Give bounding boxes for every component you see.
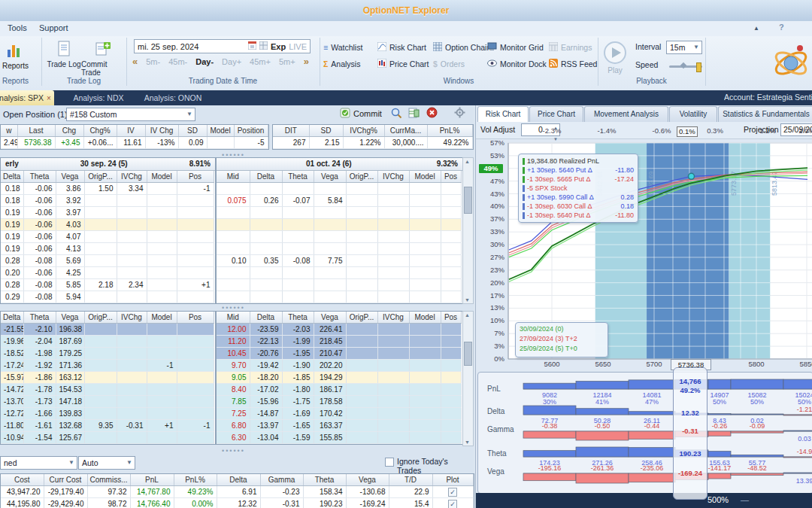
- table-row[interactable]: 0.19-0.063.97: [1, 207, 214, 219]
- nav-day-plus[interactable]: Day+: [222, 57, 241, 66]
- zoom-slider-icon[interactable]: —: [741, 495, 749, 504]
- table-row[interactable]: 6.80-13.97-1.65163.37: [217, 420, 461, 432]
- table-row[interactable]: 0.29-0.085.94: [1, 291, 214, 303]
- table-row[interactable]: 0.28-0.085.852.182.34+1: [1, 279, 214, 291]
- zoom-search-icon[interactable]: [391, 108, 402, 120]
- table-row[interactable]: [217, 243, 461, 255]
- orders-button[interactable]: $ Orders: [433, 57, 465, 71]
- table-row[interactable]: 0.100.35-0.087.75: [217, 255, 461, 267]
- tab-risk-chart[interactable]: Risk Chart: [477, 106, 529, 123]
- nav-5m-plus[interactable]: 5m+: [279, 57, 295, 66]
- earnings-button[interactable]: Earnings: [549, 41, 592, 54]
- table-row[interactable]: -18.52-1.98179.25: [1, 348, 214, 360]
- table-row[interactable]: 43,947.20-29,179.4097.3214,767.8049.23%6…: [1, 486, 473, 498]
- table-row[interactable]: 0.18-0.063.92: [1, 195, 214, 207]
- table-row[interactable]: 0.19-0.064.13: [1, 243, 214, 255]
- monitor-dock-button[interactable]: Monitor Dock: [487, 57, 547, 71]
- chain-scrollbar[interactable]: ▲ ▼: [462, 311, 474, 446]
- trading-date-input[interactable]: mi. 25 sep. 2024 Exp LIVE: [134, 39, 311, 53]
- tab-volatility[interactable]: Volatility: [669, 106, 717, 122]
- scrollbar-thumb[interactable]: [464, 187, 472, 214]
- plot-checkbox[interactable]: ✓: [448, 500, 457, 508]
- table-row[interactable]: 0.28-0.085.69: [1, 255, 214, 267]
- table-row[interactable]: -10.94-1.54125.67: [1, 432, 214, 444]
- risk-chart-button[interactable]: Risk Chart: [377, 41, 426, 54]
- table-row[interactable]: [217, 231, 461, 243]
- table-row[interactable]: -14.72-1.78154.53: [1, 384, 214, 396]
- table-row[interactable]: 9.70-19.42-1.90202.20: [217, 360, 461, 372]
- scroll-up-icon[interactable]: ▲: [465, 159, 470, 164]
- analysis-button[interactable]: Σ Analysis: [323, 57, 360, 71]
- table-row[interactable]: -12.72-1.66139.83: [1, 408, 214, 420]
- ignore-trades-checkbox[interactable]: [385, 458, 394, 467]
- table-row[interactable]: 7.25-14.87-1.69170.42: [217, 408, 461, 420]
- view-mode-select[interactable]: ned▼: [0, 456, 77, 470]
- nav-day-minus[interactable]: Day-: [195, 57, 214, 66]
- settings-gear-icon[interactable]: [454, 107, 465, 120]
- rss-feed-button[interactable]: RSS Feed: [549, 57, 597, 71]
- nav-prev-icon[interactable]: «: [132, 56, 138, 67]
- table-row[interactable]: 8.40-17.02-1.80186.17: [217, 384, 461, 396]
- tab-analysis-ndx[interactable]: Analysis: NDX: [66, 90, 131, 105]
- table-row[interactable]: 44,195.80-29,429.4098.7214,766.400.00%12…: [1, 498, 473, 508]
- collapse-ribbon-icon[interactable]: ▲: [753, 25, 759, 32]
- table-row[interactable]: [217, 183, 461, 195]
- option-chain-button[interactable]: Option Chain: [433, 41, 491, 54]
- menu-tools[interactable]: Tools: [8, 23, 27, 32]
- reports-button[interactable]: Reports: [0, 62, 41, 70]
- splitter-handle[interactable]: ••••••: [222, 449, 245, 453]
- table-row[interactable]: 7.85-15.96-1.75178.58: [217, 396, 461, 408]
- calendar-icon[interactable]: [248, 41, 256, 51]
- table-row[interactable]: 10.45-20.76-1.95210.47: [217, 348, 461, 360]
- table-row[interactable]: -11.80-1.61132.689.35-0.31+1-1: [1, 420, 214, 432]
- speed-slider-handle[interactable]: [696, 62, 701, 72]
- price-chart-button[interactable]: Price Chart: [377, 57, 429, 71]
- monitor-grid-button[interactable]: Monitor Grid: [487, 41, 544, 54]
- watchlist-button[interactable]: ≡ Watchlist: [323, 41, 362, 54]
- tab-analysis-onon[interactable]: Analysis: ONON: [137, 90, 209, 105]
- help-icon[interactable]: ?: [779, 23, 784, 32]
- menu-support[interactable]: Support: [39, 23, 68, 32]
- nav-45m-plus[interactable]: 45m+: [250, 57, 271, 66]
- table-row[interactable]: -19.96-2.04187.69: [1, 336, 214, 348]
- commit-trade-button[interactable]: Commit Trade: [81, 41, 125, 77]
- scroll-down-icon[interactable]: ▼: [465, 297, 470, 303]
- table-row[interactable]: 0.20-0.064.25: [1, 267, 214, 279]
- tab-analysis-spx[interactable]: Analysis: SPX×: [0, 90, 54, 105]
- table-row[interactable]: -17.24-1.92171.36-1: [1, 360, 214, 372]
- table-row[interactable]: -13.70-1.73147.18: [1, 396, 214, 408]
- chain-scrollbar[interactable]: ▲ ▼: [462, 157, 474, 304]
- interval-select[interactable]: 15m▼: [666, 41, 702, 54]
- tab-movement-analysis[interactable]: Movement Analysis: [584, 106, 668, 122]
- tab-statistics-fundamentals[interactable]: Statistics & Fundamentals: [718, 106, 812, 122]
- table-row[interactable]: 0.0750.26-0.075.84: [217, 195, 461, 207]
- table-row[interactable]: [217, 219, 461, 231]
- scroll-down-icon[interactable]: ▼: [465, 440, 470, 445]
- plot-checkbox[interactable]: ✓: [448, 488, 457, 497]
- table-row[interactable]: 0.18-0.063.861.503.34-1: [1, 183, 214, 195]
- export-grid-icon[interactable]: [408, 108, 420, 120]
- table-row[interactable]: [217, 267, 461, 279]
- tab-price-chart[interactable]: Price Chart: [529, 106, 583, 122]
- nav-next-icon[interactable]: »: [304, 56, 309, 67]
- scroll-up-icon[interactable]: ▲: [465, 312, 470, 318]
- table-row[interactable]: [217, 291, 461, 303]
- table-row[interactable]: 6.30-13.04-1.59155.85: [217, 432, 461, 444]
- exp-grid-icon[interactable]: [259, 41, 268, 51]
- trade-log-button[interactable]: Trade Log: [47, 41, 81, 68]
- table-row[interactable]: 9.05-18.20-1.85194.29: [217, 372, 461, 384]
- table-row[interactable]: -15.97-1.86163.12: [1, 372, 214, 384]
- strategy-select[interactable]: #158 Custom▼: [66, 108, 195, 121]
- close-position-icon[interactable]: [426, 107, 438, 120]
- tab-close-icon[interactable]: ×: [47, 94, 51, 102]
- nav-45m-minus[interactable]: 45m-: [168, 57, 187, 66]
- table-row[interactable]: 11.20-22.13-1.99218.45: [217, 336, 461, 348]
- table-row[interactable]: 0.19-0.064.03: [1, 219, 214, 231]
- table-row[interactable]: [217, 279, 461, 291]
- table-row[interactable]: 0.19-0.064.07: [1, 231, 214, 243]
- table-row[interactable]: 2.495736.38+3.45+0.06...11.61-13%0.09-5: [1, 137, 268, 149]
- commit-button[interactable]: Commit: [340, 108, 382, 120]
- play-button[interactable]: [603, 41, 627, 66]
- table-row[interactable]: [217, 207, 461, 219]
- table-row[interactable]: 2672.151.22%30,000....49.22%: [273, 137, 472, 149]
